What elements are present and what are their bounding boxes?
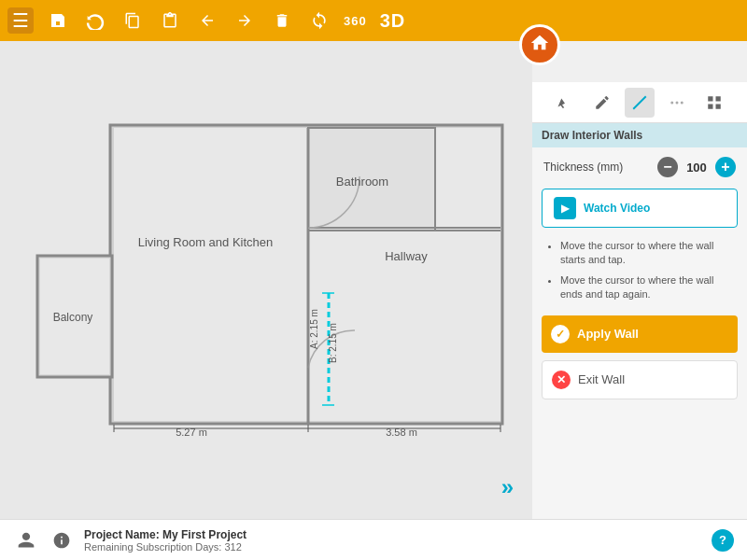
main-toolbar: ☰ 360 3D	[0, 0, 747, 41]
project-info: Project Name: My First Project Remaining…	[84, 528, 702, 553]
watch-video-label: Watch Video	[584, 202, 650, 215]
exit-wall-button[interactable]: ✕ Exit Wall	[542, 360, 738, 399]
thickness-controls: − 100 +	[657, 157, 736, 177]
delete-icon[interactable]	[269, 7, 295, 34]
tool-icons-row	[532, 82, 747, 123]
watch-video-button[interactable]: ▶ Watch Video	[542, 189, 738, 228]
help-button[interactable]: ?	[712, 529, 734, 552]
right-panel: Draw Interior Walls Thickness (mm) − 100…	[532, 123, 747, 519]
view-360-label[interactable]: 360	[344, 14, 367, 28]
undo2-icon[interactable]	[82, 7, 108, 34]
canvas-area[interactable]: 5.27 m 3.58 m A: 2.15 m B: 2.15 m Bathro…	[0, 41, 532, 519]
thickness-row: Thickness (mm) − 100 +	[542, 157, 738, 177]
apply-wall-button[interactable]: ✓ Apply Wall	[542, 315, 738, 353]
svg-point-4	[681, 101, 684, 104]
rotate-icon[interactable]	[306, 7, 332, 34]
redo-icon[interactable]	[232, 7, 258, 34]
menu-button[interactable]: ☰	[7, 7, 34, 34]
svg-text:Balcony: Balcony	[53, 311, 93, 324]
home-icon	[529, 33, 550, 58]
undo-icon[interactable]	[194, 7, 220, 34]
panel-title: Draw Interior Walls	[532, 123, 747, 147]
play-icon: ▶	[554, 197, 576, 219]
svg-point-2	[670, 101, 673, 104]
svg-text:Bathroom: Bathroom	[336, 175, 388, 189]
grid-tool[interactable]	[699, 88, 729, 118]
subscription-info: Remaining Subscription Days: 312	[84, 541, 702, 553]
exit-wall-label: Exit Wall	[578, 372, 625, 386]
save-icon[interactable]	[45, 7, 71, 34]
svg-text:B: 2.15 m: B: 2.15 m	[328, 323, 338, 363]
svg-text:Hallway: Hallway	[385, 249, 428, 263]
paste-icon[interactable]	[157, 7, 183, 34]
settings-icon[interactable]	[49, 527, 75, 553]
instruction-1: Move the cursor to where the wall starts…	[560, 239, 734, 268]
instructions: Move the cursor to where the wall starts…	[542, 239, 738, 302]
check-icon: ✓	[551, 325, 570, 343]
line-tool[interactable]	[625, 88, 655, 118]
home-button[interactable]	[519, 24, 560, 65]
instruction-2: Move the cursor to where the wall ends a…	[560, 273, 734, 302]
dots-tool[interactable]	[662, 88, 692, 118]
expand-button[interactable]: »	[501, 474, 514, 500]
thickness-label: Thickness (mm)	[543, 161, 623, 174]
svg-text:Living Room and Kitchen: Living Room and Kitchen	[138, 235, 274, 249]
bottom-bar: Project Name: My First Project Remaining…	[0, 519, 747, 560]
floorplan-svg: 5.27 m 3.58 m A: 2.15 m B: 2.15 m Bathro…	[0, 41, 523, 480]
view-3d-label[interactable]: 3D	[380, 10, 406, 32]
svg-text:A: 2.15 m: A: 2.15 m	[309, 309, 319, 349]
pencil-tool[interactable]	[587, 88, 617, 118]
project-name: Project Name: My First Project	[84, 528, 702, 541]
svg-point-3	[676, 101, 679, 104]
x-icon: ✕	[552, 371, 571, 389]
thickness-increase-button[interactable]: +	[715, 157, 736, 177]
user-icon[interactable]	[13, 527, 39, 553]
thickness-decrease-button[interactable]: −	[657, 157, 678, 177]
svg-line-1	[633, 96, 646, 109]
thickness-value: 100	[684, 161, 710, 175]
copy-icon[interactable]	[120, 7, 146, 34]
arrow-tool[interactable]	[550, 88, 580, 118]
apply-wall-label: Apply Wall	[577, 327, 639, 341]
